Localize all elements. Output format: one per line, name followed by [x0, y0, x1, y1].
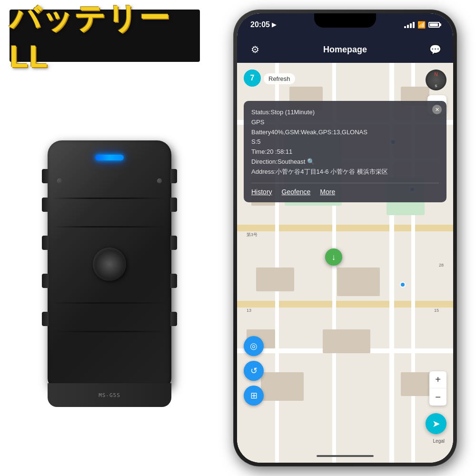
legal-text: Legal — [433, 438, 445, 444]
center-button — [93, 248, 126, 281]
grip-right-1 — [170, 169, 177, 183]
home-indicator — [317, 455, 374, 457]
popup-address: Address:小菅ケ谷4丁目14-6 小菅ケ谷 横浜市栄区 — [251, 167, 439, 177]
device-body — [48, 140, 171, 388]
map-area: 第3号 13 15 13 28 7 — [237, 63, 453, 463]
grip-left-3 — [42, 236, 49, 250]
wifi-icon: 📶 — [417, 21, 426, 29]
phone-wrapper: 20:05 ▶ 📶 — [233, 10, 457, 466]
zoom-controls: + − — [429, 371, 446, 406]
map-label-3: 15 — [434, 308, 439, 313]
grip-left-2 — [42, 198, 49, 212]
navigation-arrow-icon: ▶ — [272, 21, 276, 28]
popup-status: Status:Stop (11Minute) — [251, 108, 439, 118]
phone-screen: 20:05 ▶ 📶 — [237, 13, 453, 463]
status-icons: 📶 — [404, 21, 440, 29]
led-indicator — [95, 155, 124, 160]
grid-icon: ⊞ — [250, 390, 258, 401]
map-label-2: 13 — [247, 308, 251, 313]
groove-3 — [52, 302, 167, 304]
locate-icon: ◎ — [250, 341, 258, 351]
chat-button[interactable]: 💬 — [426, 41, 444, 58]
groove-1 — [52, 198, 167, 199]
grip-left-4 — [42, 274, 49, 288]
popup-gps: GPS — [251, 118, 439, 128]
groove-2 — [52, 226, 167, 228]
geofence-button[interactable]: Geofence — [282, 188, 311, 196]
groove-4 — [52, 331, 167, 332]
notch — [314, 13, 376, 28]
app-header: ⚙ Homepage 💬 — [237, 36, 453, 63]
grip-left-5 — [42, 312, 49, 326]
search-icon: 🔍 — [307, 158, 315, 165]
left-panel: バッテリーLL — [0, 0, 219, 476]
zoom-out-button[interactable]: − — [429, 388, 446, 406]
compass-button[interactable]: N S — [426, 69, 446, 90]
time-display: 20:05 — [250, 20, 270, 29]
grip-right-4 — [170, 274, 177, 288]
more-button[interactable]: More — [320, 188, 335, 196]
block-5 — [337, 268, 380, 296]
screw-2 — [157, 178, 162, 183]
grip-right-5 — [170, 312, 177, 326]
battery-icon — [428, 22, 440, 28]
notification-badge: 7 — [244, 69, 261, 87]
signal-bars-icon — [404, 22, 415, 28]
title-banner: バッテリーLL — [10, 10, 200, 62]
block-7 — [323, 329, 370, 353]
phone-outer: 20:05 ▶ 📶 — [233, 10, 457, 466]
device-label: MS-G5S — [99, 392, 120, 398]
zoom-in-button[interactable]: + — [429, 371, 446, 388]
popup-glonas-cont: S:5 — [251, 137, 439, 147]
road-h-4 — [237, 301, 453, 307]
navigate-button[interactable]: ➤ — [426, 413, 446, 434]
screw-1 — [57, 178, 62, 183]
grip-right-2 — [170, 198, 177, 212]
product-title: バッテリーLL — [10, 0, 200, 74]
settings-button[interactable]: ⚙ — [247, 41, 264, 58]
compass-inner: N S — [427, 71, 445, 89]
popup-content: Status:Stop (11Minute) GPS Battery40%,GS… — [251, 108, 439, 177]
signal-bar-1 — [404, 26, 406, 28]
map-controls-bottom: ◎ ↺ ⊞ — [244, 336, 264, 406]
tracker-marker[interactable]: ↓ — [325, 248, 342, 266]
popup-direction: Direction:Southeast 🔍 — [251, 157, 439, 167]
signal-bar-4 — [413, 22, 415, 28]
grip-right-3 — [170, 236, 177, 250]
info-popup: ✕ Status:Stop (11Minute) GPS Battery40%,… — [244, 101, 446, 202]
refresh-button[interactable]: Refresh — [264, 73, 295, 84]
device-bottom: MS-G5S — [48, 383, 171, 407]
track-icon: ↺ — [250, 366, 258, 376]
block-4 — [256, 268, 294, 291]
refresh-label-text: Refresh — [268, 75, 290, 82]
phone-inner: 20:05 ▶ 📶 — [237, 13, 453, 463]
right-panel: 20:05 ▶ 📶 — [219, 0, 476, 476]
popup-actions: History Geofence More — [251, 183, 439, 196]
signal-bar-2 — [407, 25, 409, 28]
map-label-1: 第3号 — [247, 232, 258, 238]
grid-button[interactable]: ⊞ — [244, 386, 264, 406]
header-title: Homepage — [323, 45, 367, 55]
popup-close-button[interactable]: ✕ — [432, 105, 442, 114]
badge-count: 7 — [250, 74, 255, 82]
tracker-direction-icon: ↓ — [332, 252, 336, 262]
popup-battery-info: Battery40%,GSM:Weak,GPS:13,GLONAS — [251, 128, 439, 138]
history-button[interactable]: History — [251, 188, 272, 196]
popup-time: Time:20 :58:11 — [251, 147, 439, 157]
locate-button[interactable]: ◎ — [244, 336, 264, 356]
poi-3 — [400, 282, 406, 288]
road-h-3 — [237, 225, 453, 231]
battery-fill — [430, 23, 438, 26]
grip-left-1 — [42, 169, 49, 183]
compass-north: N — [434, 72, 437, 77]
device-image-area: MS-G5S — [5, 74, 214, 464]
gps-device: MS-G5S — [43, 131, 176, 407]
map-label-5: 28 — [439, 263, 444, 268]
track-button[interactable]: ↺ — [244, 361, 264, 381]
block-8 — [261, 372, 304, 401]
compass-south: S — [435, 84, 437, 88]
navigate-icon: ➤ — [432, 418, 440, 429]
signal-bar-3 — [410, 23, 412, 28]
status-time: 20:05 ▶ — [250, 20, 276, 29]
